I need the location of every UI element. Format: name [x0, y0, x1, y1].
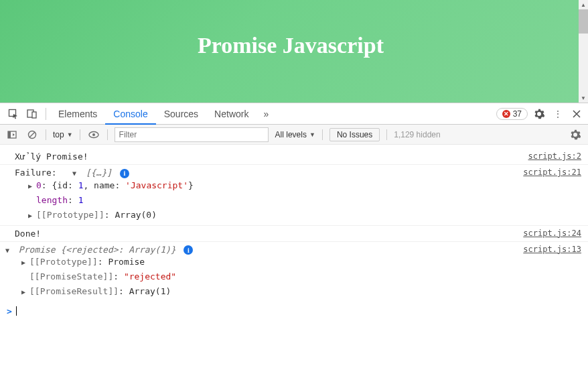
scroll-down-icon[interactable]: ▼	[579, 93, 588, 103]
more-menu-icon[interactable]: ⋮	[550, 107, 565, 121]
promise-preview[interactable]: Promise {<rejected>: Array(1)}	[19, 245, 176, 255]
svg-rect-4	[8, 131, 11, 138]
scrollbar-thumb[interactable]	[579, 9, 588, 34]
console-input-row[interactable]: >	[0, 302, 588, 320]
console-toolbar: top ▼ All levels ▼ No Issues 1,129 hidde…	[0, 125, 588, 145]
source-link[interactable]: script.js:21	[523, 168, 581, 177]
disclosure-right-icon[interactable]: ▶	[21, 286, 29, 298]
live-expression-icon[interactable]	[87, 128, 100, 141]
separator	[386, 129, 387, 140]
disclosure-down-icon[interactable]: ▼	[5, 247, 13, 254]
chevron-down-icon: ▼	[67, 131, 73, 138]
tabs-overflow[interactable]: »	[256, 109, 275, 119]
tab-elements[interactable]: Elements	[50, 103, 105, 125]
tab-console[interactable]: Console	[105, 103, 155, 125]
devtools-panel: Elements Console Sources Network » ✕ 37 …	[0, 103, 588, 320]
scroll-up-icon[interactable]: ▲	[579, 0, 588, 9]
separator	[322, 129, 323, 140]
disclosure-right-icon[interactable]: ▶	[28, 180, 36, 192]
error-badge[interactable]: ✕ 37	[496, 108, 528, 120]
close-devtools-icon[interactable]	[569, 107, 584, 121]
filter-input[interactable]	[115, 127, 269, 142]
hidden-count: 1,129 hidden	[394, 130, 440, 139]
sidebar-toggle-icon[interactable]	[5, 128, 19, 141]
separator	[46, 108, 46, 120]
disclosure-down-icon[interactable]: ▼	[72, 170, 80, 177]
disclosure-right-icon[interactable]: ▶	[28, 210, 36, 221]
prototype-key: [[Prototype]]	[29, 257, 98, 267]
separator	[80, 129, 80, 140]
source-link[interactable]: script.js:24	[523, 229, 581, 238]
promise-state-value: "rejected"	[124, 271, 176, 281]
log-message: Xử lý Promise!	[15, 151, 528, 162]
svg-point-8	[92, 133, 95, 136]
inspect-icon[interactable]	[4, 105, 23, 123]
promise-state-key: [[PromiseState]]	[29, 271, 113, 281]
device-toolbar-icon[interactable]	[23, 105, 42, 123]
tab-sources[interactable]: Sources	[156, 103, 206, 125]
failure-label: Failure:	[15, 168, 57, 178]
disclosure-right-icon[interactable]: ▶	[21, 257, 29, 268]
length-key: length	[36, 195, 68, 205]
prototype-value: Array(0)	[115, 210, 157, 220]
length-value: 1	[78, 195, 84, 205]
chevron-down-icon: ▼	[309, 131, 315, 138]
levels-label: All levels	[275, 130, 307, 139]
page-viewport: Promise Javascript	[0, 0, 581, 103]
caret	[16, 306, 17, 316]
vertical-scrollbar[interactable]: ▲ ▼	[579, 0, 588, 103]
console-output: Xử lý Promise! script.js:2 Failure: ▼ [{…	[0, 145, 588, 320]
source-link[interactable]: script.js:2	[528, 151, 581, 161]
info-icon[interactable]: i	[183, 245, 193, 255]
error-icon: ✕	[502, 110, 510, 118]
levels-selector[interactable]: All levels ▼	[275, 130, 315, 139]
console-row: Done! script.js:24	[0, 226, 588, 242]
context-label: top	[53, 130, 64, 139]
array-preview[interactable]: [{…}]	[86, 168, 112, 178]
error-count: 37	[513, 109, 522, 119]
source-link[interactable]: script.js:13	[523, 245, 581, 254]
svg-rect-2	[32, 112, 36, 118]
prompt-icon: >	[7, 306, 12, 316]
page-title: Promise Javascript	[198, 33, 384, 58]
devtools-tabbar: Elements Console Sources Network » ✕ 37 …	[0, 103, 588, 125]
issues-button[interactable]: No Issues	[329, 128, 380, 141]
svg-line-6	[29, 132, 35, 137]
console-row: Xử lý Promise! script.js:2	[0, 149, 588, 165]
separator	[107, 129, 108, 140]
clear-console-icon[interactable]	[25, 128, 39, 141]
context-selector[interactable]: top ▼	[53, 130, 73, 139]
tab-network[interactable]: Network	[206, 103, 256, 125]
gear-icon[interactable]	[532, 107, 546, 121]
promise-result-key: [[PromiseResult]]	[29, 286, 119, 296]
console-row-promise: ▼ Promise {<rejected>: Array(1)} i ▶[[Pr…	[0, 242, 588, 302]
console-settings-icon[interactable]	[568, 127, 583, 142]
promise-result-value: Array(1)	[129, 286, 171, 296]
index-key: 0	[36, 180, 42, 190]
info-icon[interactable]: i	[120, 169, 129, 178]
log-message: Done!	[15, 229, 523, 239]
prototype-value: Promise	[108, 257, 145, 267]
separator	[46, 129, 46, 140]
console-row-failure: Failure: ▼ [{…}] i ▶0: {id: 1, name: 'Ja…	[0, 165, 588, 226]
prototype-key: [[Prototype]]	[36, 210, 104, 220]
